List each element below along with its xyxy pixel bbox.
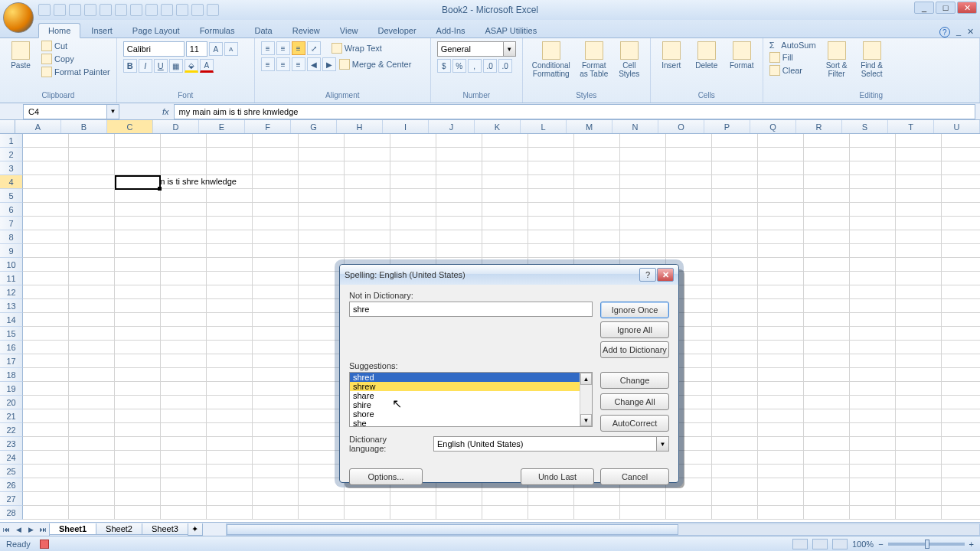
sort-filter-button[interactable]: Sort & Filter <box>821 40 853 80</box>
find-select-button[interactable]: Find & Select <box>856 40 888 80</box>
column-header[interactable]: N <box>612 120 658 133</box>
ribbon-close-icon[interactable]: ✕ <box>967 27 974 37</box>
border-button[interactable]: ▦ <box>169 59 183 73</box>
zoom-out-icon[interactable]: − <box>878 540 883 549</box>
column-header[interactable]: H <box>337 120 383 133</box>
ribbon-minimize-icon[interactable]: _ <box>956 27 961 37</box>
row-header[interactable]: 1 <box>0 134 23 148</box>
prev-sheet-icon[interactable]: ◀ <box>12 523 24 536</box>
column-header[interactable]: R <box>796 120 842 133</box>
column-header[interactable]: S <box>842 120 888 133</box>
column-header[interactable]: U <box>934 120 980 133</box>
select-all-corner[interactable] <box>0 120 15 133</box>
qat-quick-print-icon[interactable] <box>130 4 142 16</box>
column-header[interactable]: O <box>658 120 704 133</box>
name-box[interactable]: C4 <box>23 104 107 119</box>
row-header[interactable]: 5 <box>0 189 23 203</box>
column-header[interactable]: G <box>291 120 337 133</box>
zoom-slider[interactable] <box>888 543 965 546</box>
column-header[interactable]: T <box>888 120 934 133</box>
font-size-combo[interactable] <box>186 41 207 57</box>
row-header[interactable]: 15 <box>0 327 23 341</box>
align-top-icon[interactable]: ≡ <box>261 41 275 55</box>
scroll-down-icon[interactable]: ▼ <box>580 414 592 426</box>
increase-decimal-icon[interactable]: .0 <box>483 59 497 73</box>
qat-new-icon[interactable] <box>84 4 96 16</box>
wrap-text-button[interactable]: Wrap Text <box>330 42 384 54</box>
cancel-button[interactable]: Cancel <box>600 468 669 485</box>
row-header[interactable]: 19 <box>0 382 23 396</box>
listbox-scrollbar[interactable]: ▲ ▼ <box>580 373 592 426</box>
tab-view[interactable]: View <box>331 24 368 37</box>
format-as-table-button[interactable]: Format as Table <box>578 40 610 80</box>
increase-indent-icon[interactable]: ▶ <box>322 57 336 71</box>
column-header[interactable]: I <box>383 120 429 133</box>
qat-preview-icon[interactable] <box>207 4 219 16</box>
row-header[interactable]: 25 <box>0 465 23 478</box>
row-header[interactable]: 20 <box>0 396 23 409</box>
row-header[interactable]: 11 <box>0 272 23 285</box>
column-header[interactable]: A <box>15 120 61 133</box>
row-header[interactable]: 14 <box>0 313 23 327</box>
autocorrect-button[interactable]: AutoCorrect <box>600 415 669 432</box>
tab-review[interactable]: Review <box>283 24 329 37</box>
row-header[interactable]: 17 <box>0 354 23 368</box>
fill-color-button[interactable]: ⬙ <box>185 59 198 73</box>
active-cell[interactable] <box>115 175 161 190</box>
italic-button[interactable]: I <box>139 59 152 73</box>
tab-page-layout[interactable]: Page Layout <box>123 24 189 37</box>
list-item[interactable]: share <box>350 391 592 400</box>
bold-button[interactable]: B <box>123 59 137 73</box>
autosum-button[interactable]: Σ AutoSum <box>768 40 818 51</box>
qat-open-icon[interactable] <box>100 4 112 16</box>
row-header[interactable]: 21 <box>0 409 23 423</box>
scroll-up-icon[interactable]: ▲ <box>580 373 592 385</box>
fx-icon[interactable]: fx <box>162 107 169 116</box>
qat-email-icon[interactable] <box>191 4 204 16</box>
orientation-icon[interactable]: ⤢ <box>307 41 321 55</box>
row-header[interactable]: 18 <box>0 368 23 382</box>
formula-bar[interactable]: my main aim is ti shre knwledge <box>174 104 975 119</box>
change-button[interactable]: Change <box>600 372 669 389</box>
tab-insert[interactable]: Insert <box>82 24 122 37</box>
list-item[interactable]: she <box>350 419 592 427</box>
copy-button[interactable]: Copy <box>40 53 112 65</box>
align-center-icon[interactable]: ≡ <box>276 57 290 71</box>
undo-last-button[interactable]: Undo Last <box>521 468 594 485</box>
maximize-button[interactable]: □ <box>936 2 956 14</box>
row-header[interactable]: 2 <box>0 148 23 161</box>
comma-icon[interactable]: , <box>468 59 482 73</box>
merge-center-button[interactable]: Merge & Center <box>338 58 413 70</box>
options-button[interactable]: Options... <box>349 468 423 485</box>
qat-print-icon[interactable] <box>115 4 127 16</box>
row-header[interactable]: 23 <box>0 437 23 451</box>
align-bottom-icon[interactable]: ≡ <box>292 41 305 55</box>
clear-button[interactable]: Clear <box>768 64 818 77</box>
row-header[interactable]: 9 <box>0 244 23 258</box>
decrease-indent-icon[interactable]: ◀ <box>307 57 321 71</box>
page-layout-view-icon[interactable] <box>812 539 828 549</box>
fill-handle[interactable] <box>158 187 162 191</box>
accounting-icon[interactable]: $ <box>437 59 451 73</box>
row-header[interactable]: 16 <box>0 341 23 354</box>
tab-addins[interactable]: Add-Ins <box>427 24 475 37</box>
zoom-thumb[interactable] <box>925 540 929 549</box>
office-button[interactable] <box>3 2 34 33</box>
list-item[interactable]: shred <box>350 373 592 382</box>
horizontal-scrollbar[interactable] <box>226 523 980 536</box>
align-left-icon[interactable]: ≡ <box>261 57 275 71</box>
insert-cells-button[interactable]: Insert <box>655 40 688 71</box>
close-button[interactable]: ✕ <box>957 2 977 14</box>
new-sheet-button[interactable]: ✦ <box>188 523 203 536</box>
row-header[interactable]: 26 <box>0 478 23 492</box>
font-name-combo[interactable] <box>123 41 185 57</box>
cell-styles-button[interactable]: Cell Styles <box>613 40 645 80</box>
column-header[interactable]: K <box>475 120 521 133</box>
normal-view-icon[interactable] <box>792 539 808 549</box>
qat-spelling-icon[interactable] <box>176 4 188 16</box>
sheet-tab-1[interactable]: Sheet1 <box>49 523 96 535</box>
decrease-decimal-icon[interactable]: .0 <box>498 59 512 73</box>
cut-button[interactable]: Cut <box>40 40 112 52</box>
dictionary-language-combo[interactable]: English (United States) ▼ <box>433 436 669 452</box>
row-header[interactable]: 12 <box>0 285 23 299</box>
